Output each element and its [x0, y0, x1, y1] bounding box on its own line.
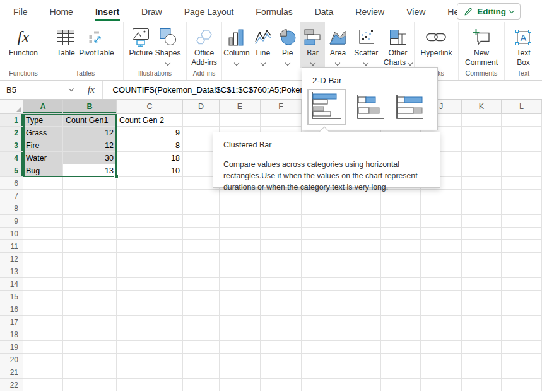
row-header-1[interactable]: 1 — [0, 114, 23, 127]
tab-file[interactable]: File — [13, 2, 28, 21]
tab-insert[interactable]: Insert — [95, 2, 120, 21]
cell-A8[interactable] — [23, 202, 63, 215]
cell-K9[interactable] — [462, 215, 502, 228]
col-header-D[interactable]: D — [183, 100, 220, 114]
cell-K7[interactable] — [462, 190, 502, 202]
cell-E13[interactable] — [220, 265, 261, 278]
cell-C5[interactable]: 10 — [117, 164, 183, 177]
cell-I13[interactable] — [381, 265, 421, 278]
cell-A6[interactable] — [23, 177, 63, 190]
cell-G13[interactable] — [302, 265, 341, 278]
cell-B14[interactable] — [63, 278, 117, 291]
tab-data[interactable]: Data — [314, 2, 334, 21]
cell-E14[interactable] — [220, 278, 261, 291]
cell-L15[interactable] — [502, 291, 542, 303]
cell-B17[interactable] — [63, 316, 117, 328]
cell-I17[interactable] — [381, 316, 421, 328]
col-header-B[interactable]: B — [63, 100, 117, 114]
cell-B8[interactable] — [63, 202, 117, 215]
cell-H18[interactable] — [341, 328, 381, 341]
cell-L3[interactable] — [502, 139, 542, 152]
cell-B12[interactable] — [63, 253, 117, 265]
cell-D9[interactable] — [183, 215, 220, 228]
cell-E18[interactable] — [220, 328, 261, 341]
cell-B6[interactable] — [63, 177, 117, 190]
cell-I11[interactable] — [381, 240, 421, 253]
cell-K5[interactable] — [462, 164, 502, 177]
row-header-4[interactable]: 4 — [0, 152, 23, 164]
cell-G20[interactable] — [302, 354, 341, 366]
cell-I22[interactable] — [381, 379, 421, 391]
cell-L21[interactable] — [502, 366, 542, 379]
cell-L1[interactable] — [502, 114, 542, 127]
line-chart-button[interactable]: Line — [251, 22, 275, 68]
cell-E22[interactable] — [220, 379, 261, 391]
tab-page-layout[interactable]: Page Layout — [184, 2, 235, 21]
cell-E15[interactable] — [220, 291, 261, 303]
cell-J11[interactable] — [421, 240, 462, 253]
column-chart-button[interactable]: Column — [222, 22, 251, 68]
row-header-22[interactable]: 22 — [0, 379, 23, 391]
cell-B19[interactable] — [63, 341, 117, 354]
cell-C16[interactable] — [117, 303, 183, 316]
cell-F17[interactable] — [261, 316, 302, 328]
row-header-21[interactable]: 21 — [0, 366, 23, 379]
cell-I20[interactable] — [381, 354, 421, 366]
cell-K14[interactable] — [462, 278, 502, 291]
tab-home[interactable]: Home — [49, 2, 74, 21]
cell-J8[interactable] — [421, 202, 462, 215]
cell-K20[interactable] — [462, 354, 502, 366]
cell-D1[interactable] — [183, 114, 220, 127]
cell-J9[interactable] — [421, 215, 462, 228]
cell-A15[interactable] — [23, 291, 63, 303]
tab-review[interactable]: Review — [355, 2, 385, 21]
new-comment-button[interactable]: New Comment — [462, 22, 501, 68]
cell-A22[interactable] — [23, 379, 63, 391]
cell-D22[interactable] — [183, 379, 220, 391]
cell-A11[interactable] — [23, 240, 63, 253]
cell-C8[interactable] — [117, 202, 183, 215]
cell-G10[interactable] — [302, 228, 341, 240]
cell-K17[interactable] — [462, 316, 502, 328]
cell-L14[interactable] — [502, 278, 542, 291]
cell-C1[interactable]: Count Gen 2 — [117, 114, 183, 127]
hundred-percent-stacked-bar-option[interactable] — [396, 91, 425, 122]
cell-L17[interactable] — [502, 316, 542, 328]
cell-C2[interactable]: 9 — [117, 127, 183, 139]
cell-K18[interactable] — [462, 328, 502, 341]
cell-A17[interactable] — [23, 316, 63, 328]
cell-J18[interactable] — [421, 328, 462, 341]
hyperlink-button[interactable]: Hyperlink — [420, 22, 452, 68]
cell-G9[interactable] — [302, 215, 341, 228]
cell-F22[interactable] — [261, 379, 302, 391]
cell-I12[interactable] — [381, 253, 421, 265]
cell-E20[interactable] — [220, 354, 261, 366]
table-button[interactable]: Table — [56, 22, 75, 68]
cell-C19[interactable] — [117, 341, 183, 354]
cell-B7[interactable] — [63, 190, 117, 202]
cell-L11[interactable] — [502, 240, 542, 253]
col-header-A[interactable]: A — [23, 100, 63, 114]
cell-B2[interactable]: 12 — [63, 127, 117, 139]
cell-F13[interactable] — [261, 265, 302, 278]
row-header-13[interactable]: 13 — [0, 265, 23, 278]
cell-I14[interactable] — [381, 278, 421, 291]
row-header-11[interactable]: 11 — [0, 240, 23, 253]
cell-L2[interactable] — [502, 127, 542, 139]
cell-I9[interactable] — [381, 215, 421, 228]
cell-F19[interactable] — [261, 341, 302, 354]
cell-C21[interactable] — [117, 366, 183, 379]
cell-D20[interactable] — [183, 354, 220, 366]
col-header-F[interactable]: F — [261, 100, 302, 114]
cell-A16[interactable] — [23, 303, 63, 316]
cell-D16[interactable] — [183, 303, 220, 316]
cell-D7[interactable] — [183, 190, 220, 202]
cell-A19[interactable] — [23, 341, 63, 354]
cell-D17[interactable] — [183, 316, 220, 328]
cell-I10[interactable] — [381, 228, 421, 240]
cell-L10[interactable] — [502, 228, 542, 240]
cell-A2[interactable]: Grass — [23, 127, 63, 139]
row-header-6[interactable]: 6 — [0, 177, 23, 190]
pie-chart-button[interactable]: Pie — [275, 22, 300, 68]
cell-K8[interactable] — [462, 202, 502, 215]
